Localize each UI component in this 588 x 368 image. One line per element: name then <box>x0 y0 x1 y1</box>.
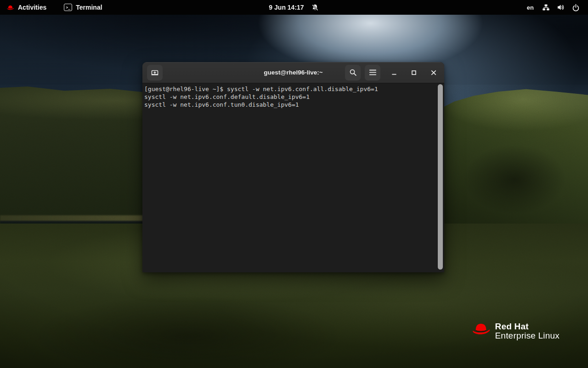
terminal-titlebar[interactable]: guest@rhel96-live:~ <box>142 62 444 83</box>
gnome-top-bar: Activities >_ Terminal 9 Jun 14:17 en <box>0 0 588 15</box>
desktop: Red Hat Enterprise Linux Activities >_ T… <box>0 0 588 368</box>
network-wired-icon <box>542 4 550 11</box>
minimize-button[interactable] <box>388 67 400 79</box>
clock-label: 9 Jun 14:17 <box>269 4 304 11</box>
bell-muted-icon <box>311 4 319 12</box>
new-tab-button[interactable] <box>147 65 163 80</box>
redhat-fedora-icon <box>471 322 491 336</box>
brand-product-name: Red Hat <box>495 322 560 331</box>
terminal-line: sysctl -w net.ipv6.conf.default.disable_… <box>144 93 434 101</box>
new-tab-icon <box>151 69 159 77</box>
power-icon <box>572 4 580 12</box>
menu-button[interactable] <box>365 65 380 80</box>
brand-product-edition: Enterprise Linux <box>495 331 560 340</box>
terminal-line: [guest@rhel96-live ~]$ sysctl -w net.ipv… <box>144 85 434 93</box>
redhat-logo-icon <box>6 5 14 11</box>
close-icon <box>430 69 437 76</box>
hamburger-menu-icon <box>369 69 376 75</box>
terminal-content[interactable]: [guest@rhel96-live ~]$ sysctl -w net.ipv… <box>142 83 444 272</box>
system-menu-button[interactable] <box>542 4 580 12</box>
minimize-icon <box>390 69 398 76</box>
keyboard-layout-indicator[interactable]: en <box>527 4 534 11</box>
close-button[interactable] <box>428 67 440 79</box>
focused-app-label: Terminal <box>76 4 102 11</box>
window-title: guest@rhel96-live:~ <box>264 69 322 76</box>
terminal-line: sysctl -w net.ipv6.conf.tun0.disable_ipv… <box>144 101 434 109</box>
clock-button[interactable]: 9 Jun 14:17 <box>269 0 319 15</box>
terminal-scrollbar[interactable] <box>438 84 443 270</box>
activities-button[interactable]: Activities <box>6 4 46 11</box>
maximize-icon <box>410 69 418 76</box>
focused-app-menu[interactable]: >_ Terminal <box>64 4 102 11</box>
rhel-branding: Red Hat Enterprise Linux <box>471 322 560 340</box>
speaker-loud-icon <box>557 4 565 11</box>
search-icon <box>349 69 357 76</box>
maximize-button[interactable] <box>408 67 420 79</box>
activities-label: Activities <box>18 4 46 11</box>
terminal-window: guest@rhel96-live:~ <box>142 62 444 272</box>
terminal-icon: >_ <box>64 4 72 11</box>
search-button[interactable] <box>345 65 361 80</box>
